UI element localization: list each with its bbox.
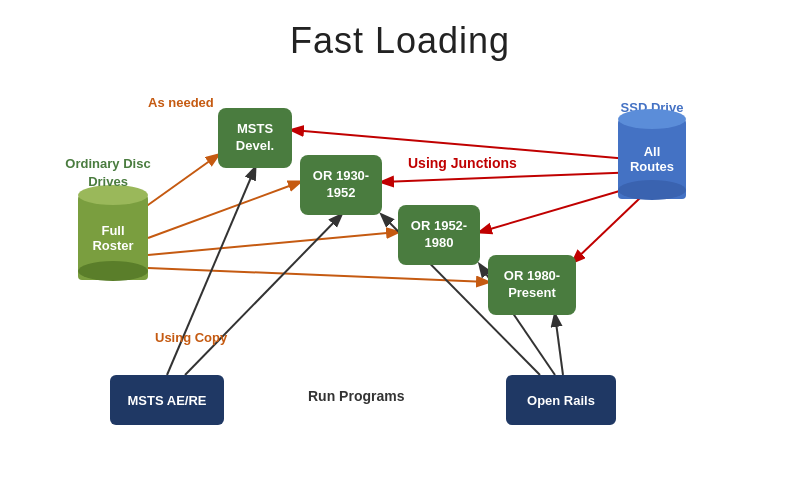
svg-line-12: [555, 315, 563, 375]
svg-line-2: [148, 232, 398, 255]
svg-line-3: [148, 268, 488, 282]
all-routes-cylinder: AllRoutes: [618, 119, 686, 199]
msts-devel-box: MSTS Devel.: [218, 108, 292, 168]
msts-ae-box: MSTS AE/RE: [110, 375, 224, 425]
svg-line-9: [185, 215, 341, 375]
or-1930-box: OR 1930-1952: [300, 155, 382, 215]
ssd-drive-wrap: SSD Drive AllRoutes: [618, 100, 686, 199]
open-rails-box: Open Rails: [506, 375, 616, 425]
svg-line-5: [382, 172, 640, 182]
or-1980-box: OR 1980-Present: [488, 255, 576, 315]
svg-line-7: [573, 198, 640, 262]
ordinary-disc-label: Ordinary DiscDrives: [58, 155, 158, 191]
or-1952-box: OR 1952-1980: [398, 205, 480, 265]
slide: Fast Loading: [0, 0, 800, 500]
using-junctions-label: Using Junctions: [408, 155, 517, 171]
svg-line-6: [480, 185, 640, 232]
page-title: Fast Loading: [0, 0, 800, 62]
as-needed-label: As needed: [148, 95, 214, 110]
full-roster-cylinder-wrap: FullRoster: [78, 195, 148, 280]
full-roster-cylinder: FullRoster: [78, 195, 148, 280]
svg-line-1: [148, 182, 300, 238]
using-copy-label: Using Copy: [155, 330, 227, 345]
run-programs-label: Run Programs: [308, 388, 404, 404]
